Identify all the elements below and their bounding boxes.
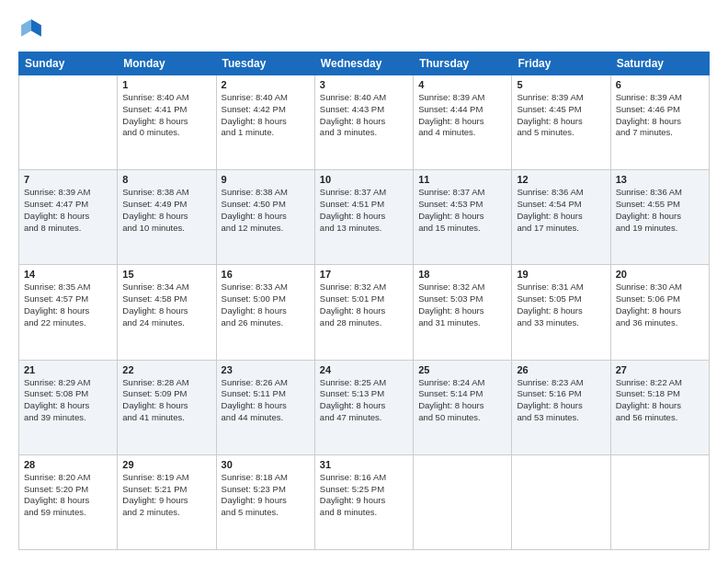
weekday-header: Saturday: [610, 52, 709, 75]
calendar-cell: [19, 75, 118, 170]
day-number: 30: [222, 459, 310, 470]
logo: [18, 17, 48, 42]
day-info: Sunrise: 8:19 AM Sunset: 5:21 PM Dayligh…: [122, 472, 210, 519]
calendar-cell: [610, 454, 709, 549]
day-number: 25: [418, 364, 506, 375]
day-info: Sunrise: 8:20 AM Sunset: 5:20 PM Dayligh…: [24, 472, 112, 519]
day-number: 21: [24, 364, 112, 375]
day-number: 11: [418, 174, 506, 185]
calendar-cell: 14Sunrise: 8:35 AM Sunset: 4:57 PM Dayli…: [19, 265, 118, 360]
calendar-cell: 5Sunrise: 8:39 AM Sunset: 4:45 PM Daylig…: [512, 75, 610, 170]
day-info: Sunrise: 8:32 AM Sunset: 5:01 PM Dayligh…: [320, 282, 408, 328]
day-number: 28: [24, 459, 112, 470]
calendar-cell: 9Sunrise: 8:38 AM Sunset: 4:50 PM Daylig…: [216, 170, 314, 265]
day-info: Sunrise: 8:39 AM Sunset: 4:45 PM Dayligh…: [517, 92, 605, 139]
day-info: Sunrise: 8:40 AM Sunset: 4:42 PM Dayligh…: [222, 92, 310, 139]
calendar-week-row: 1Sunrise: 8:40 AM Sunset: 4:41 PM Daylig…: [19, 75, 710, 170]
day-number: 22: [122, 364, 210, 375]
calendar-cell: 26Sunrise: 8:23 AM Sunset: 5:16 PM Dayli…: [512, 360, 610, 454]
weekday-header: Friday: [512, 52, 610, 75]
day-number: 9: [222, 174, 310, 185]
calendar-table: SundayMondayTuesdayWednesdayThursdayFrid…: [18, 52, 710, 550]
logo-icon: [18, 17, 44, 42]
day-info: Sunrise: 8:34 AM Sunset: 4:58 PM Dayligh…: [122, 282, 210, 328]
calendar-cell: 27Sunrise: 8:22 AM Sunset: 5:18 PM Dayli…: [610, 360, 709, 454]
header: [18, 17, 710, 42]
calendar-cell: 23Sunrise: 8:26 AM Sunset: 5:11 PM Dayli…: [216, 360, 314, 454]
calendar-cell: 30Sunrise: 8:18 AM Sunset: 5:23 PM Dayli…: [216, 454, 314, 549]
calendar-cell: 21Sunrise: 8:29 AM Sunset: 5:08 PM Dayli…: [19, 360, 118, 454]
day-number: 8: [122, 174, 210, 185]
calendar-week-row: 7Sunrise: 8:39 AM Sunset: 4:47 PM Daylig…: [19, 170, 710, 265]
svg-marker-1: [21, 19, 31, 37]
calendar-cell: 29Sunrise: 8:19 AM Sunset: 5:21 PM Dayli…: [118, 454, 216, 549]
day-number: 4: [418, 79, 506, 90]
day-number: 19: [517, 269, 605, 280]
weekday-header: Wednesday: [314, 52, 413, 75]
day-number: 20: [616, 269, 704, 280]
day-info: Sunrise: 8:40 AM Sunset: 4:43 PM Dayligh…: [320, 92, 408, 139]
calendar-cell: 17Sunrise: 8:32 AM Sunset: 5:01 PM Dayli…: [314, 265, 413, 360]
day-info: Sunrise: 8:39 AM Sunset: 4:44 PM Dayligh…: [418, 92, 506, 139]
weekday-header: Thursday: [414, 52, 512, 75]
calendar-cell: 10Sunrise: 8:37 AM Sunset: 4:51 PM Dayli…: [314, 170, 413, 265]
day-number: 29: [122, 459, 210, 470]
day-info: Sunrise: 8:31 AM Sunset: 5:05 PM Dayligh…: [517, 282, 605, 328]
calendar-cell: 7Sunrise: 8:39 AM Sunset: 4:47 PM Daylig…: [19, 170, 118, 265]
day-info: Sunrise: 8:35 AM Sunset: 4:57 PM Dayligh…: [24, 282, 112, 328]
weekday-row: SundayMondayTuesdayWednesdayThursdayFrid…: [19, 52, 710, 75]
day-number: 14: [24, 269, 112, 280]
calendar-cell: 11Sunrise: 8:37 AM Sunset: 4:53 PM Dayli…: [414, 170, 512, 265]
calendar-cell: 3Sunrise: 8:40 AM Sunset: 4:43 PM Daylig…: [314, 75, 413, 170]
day-info: Sunrise: 8:16 AM Sunset: 5:25 PM Dayligh…: [320, 472, 408, 519]
day-info: Sunrise: 8:33 AM Sunset: 5:00 PM Dayligh…: [222, 282, 310, 328]
calendar-cell: 22Sunrise: 8:28 AM Sunset: 5:09 PM Dayli…: [118, 360, 216, 454]
calendar-cell: 16Sunrise: 8:33 AM Sunset: 5:00 PM Dayli…: [216, 265, 314, 360]
calendar-cell: 1Sunrise: 8:40 AM Sunset: 4:41 PM Daylig…: [118, 75, 216, 170]
day-info: Sunrise: 8:18 AM Sunset: 5:23 PM Dayligh…: [222, 472, 310, 519]
calendar-header: SundayMondayTuesdayWednesdayThursdayFrid…: [19, 52, 710, 75]
day-number: 17: [320, 269, 408, 280]
day-number: 27: [616, 364, 704, 375]
day-info: Sunrise: 8:38 AM Sunset: 4:50 PM Dayligh…: [222, 187, 310, 234]
day-number: 23: [222, 364, 310, 375]
calendar-cell: 13Sunrise: 8:36 AM Sunset: 4:55 PM Dayli…: [610, 170, 709, 265]
calendar-cell: 19Sunrise: 8:31 AM Sunset: 5:05 PM Dayli…: [512, 265, 610, 360]
day-info: Sunrise: 8:36 AM Sunset: 4:54 PM Dayligh…: [517, 187, 605, 234]
day-info: Sunrise: 8:22 AM Sunset: 5:18 PM Dayligh…: [616, 377, 704, 424]
calendar-cell: 31Sunrise: 8:16 AM Sunset: 5:25 PM Dayli…: [314, 454, 413, 549]
day-number: 31: [320, 459, 408, 470]
calendar-cell: 4Sunrise: 8:39 AM Sunset: 4:44 PM Daylig…: [414, 75, 512, 170]
calendar-cell: 8Sunrise: 8:38 AM Sunset: 4:49 PM Daylig…: [118, 170, 216, 265]
day-info: Sunrise: 8:37 AM Sunset: 4:53 PM Dayligh…: [418, 187, 506, 234]
day-info: Sunrise: 8:38 AM Sunset: 4:49 PM Dayligh…: [122, 187, 210, 234]
day-number: 1: [122, 79, 210, 90]
day-info: Sunrise: 8:30 AM Sunset: 5:06 PM Dayligh…: [616, 282, 704, 328]
calendar-cell: 6Sunrise: 8:39 AM Sunset: 4:46 PM Daylig…: [610, 75, 709, 170]
calendar-cell: 15Sunrise: 8:34 AM Sunset: 4:58 PM Dayli…: [118, 265, 216, 360]
day-number: 24: [320, 364, 408, 375]
day-number: 2: [222, 79, 310, 90]
day-number: 7: [24, 174, 112, 185]
day-number: 15: [122, 269, 210, 280]
calendar-cell: 25Sunrise: 8:24 AM Sunset: 5:14 PM Dayli…: [414, 360, 512, 454]
day-info: Sunrise: 8:37 AM Sunset: 4:51 PM Dayligh…: [320, 187, 408, 234]
day-info: Sunrise: 8:32 AM Sunset: 5:03 PM Dayligh…: [418, 282, 506, 328]
weekday-header: Monday: [118, 52, 216, 75]
calendar-cell: 28Sunrise: 8:20 AM Sunset: 5:20 PM Dayli…: [19, 454, 118, 549]
calendar-week-row: 28Sunrise: 8:20 AM Sunset: 5:20 PM Dayli…: [19, 454, 710, 549]
day-info: Sunrise: 8:25 AM Sunset: 5:13 PM Dayligh…: [320, 377, 408, 424]
calendar-cell: 12Sunrise: 8:36 AM Sunset: 4:54 PM Dayli…: [512, 170, 610, 265]
day-number: 3: [320, 79, 408, 90]
day-number: 6: [616, 79, 704, 90]
day-number: 16: [222, 269, 310, 280]
day-number: 13: [616, 174, 704, 185]
day-number: 18: [418, 269, 506, 280]
day-info: Sunrise: 8:26 AM Sunset: 5:11 PM Dayligh…: [222, 377, 310, 424]
calendar-body: 1Sunrise: 8:40 AM Sunset: 4:41 PM Daylig…: [19, 75, 710, 550]
day-info: Sunrise: 8:39 AM Sunset: 4:47 PM Dayligh…: [24, 187, 112, 234]
day-number: 5: [517, 79, 605, 90]
day-info: Sunrise: 8:36 AM Sunset: 4:55 PM Dayligh…: [616, 187, 704, 234]
day-info: Sunrise: 8:23 AM Sunset: 5:16 PM Dayligh…: [517, 377, 605, 424]
calendar-cell: 20Sunrise: 8:30 AM Sunset: 5:06 PM Dayli…: [610, 265, 709, 360]
